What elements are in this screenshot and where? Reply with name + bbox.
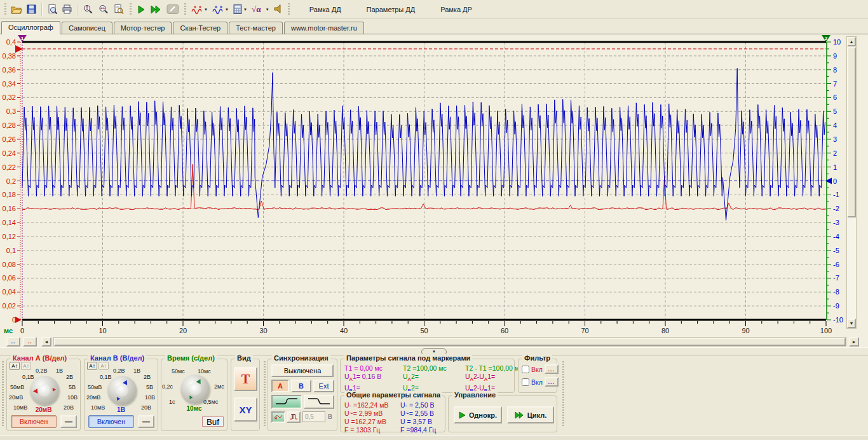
buffer-button[interactable]: Buf bbox=[202, 416, 224, 427]
print-button[interactable] bbox=[60, 2, 74, 17]
sync-level-input[interactable] bbox=[302, 411, 325, 422]
knob-scale-label: 50мВ bbox=[88, 384, 102, 390]
menu-item-params-dd[interactable]: Параметры ДД bbox=[364, 4, 418, 15]
general-b-value: U~= 2,55 В bbox=[400, 409, 436, 417]
channel-b-auto-range-alt-button[interactable]: A↕ bbox=[98, 362, 109, 370]
menu-item-ramka-dd[interactable]: Рамка ДД bbox=[307, 4, 344, 15]
toolbar-grip[interactable] bbox=[287, 3, 291, 16]
calculator-button[interactable]: ▼ bbox=[231, 2, 249, 17]
filter-b-checkbox[interactable] bbox=[522, 378, 529, 386]
edit-button[interactable] bbox=[165, 2, 181, 17]
sync-source-b-button[interactable]: B bbox=[291, 380, 311, 392]
view-xy-button[interactable]: XY bbox=[234, 397, 257, 422]
red-waveform-icon bbox=[191, 4, 203, 15]
start-button[interactable] bbox=[134, 2, 148, 17]
sync-level-mode-button[interactable] bbox=[287, 411, 301, 423]
time-current-value: 10мс bbox=[161, 405, 227, 412]
math-function-button[interactable]: √α▼ bbox=[249, 2, 271, 17]
fast-forward-icon bbox=[515, 411, 524, 419]
svg-text:90: 90 bbox=[742, 327, 749, 334]
tab-motor-tester[interactable]: Мотор-тестер bbox=[114, 22, 172, 34]
tab-test-master[interactable]: Тест-мастер bbox=[229, 22, 283, 34]
toolbar-grip[interactable] bbox=[128, 3, 132, 16]
dropdown-arrow-icon: ▼ bbox=[225, 8, 229, 11]
filter-b-settings-button[interactable]: ... bbox=[545, 377, 559, 387]
sync-auto-mode-button[interactable] bbox=[271, 411, 285, 423]
svg-text:6: 6 bbox=[833, 93, 837, 101]
page-preview-button[interactable] bbox=[111, 2, 126, 17]
cycle-run-button[interactable]: Цикл. bbox=[507, 406, 554, 423]
tab-oscillograph[interactable]: Осциллограф bbox=[1, 21, 60, 34]
knob-scale-label: 10мс bbox=[198, 368, 211, 375]
filter-a-checkbox[interactable] bbox=[522, 366, 529, 373]
view-time-button[interactable]: T bbox=[234, 367, 257, 391]
svg-text:0,34: 0,34 bbox=[3, 80, 16, 88]
vertical-scrollbar[interactable]: ▲ ▼ bbox=[846, 36, 857, 329]
channel-b-title: Канал В (В/дел) bbox=[88, 354, 146, 362]
channel-b-power-button[interactable]: Включен bbox=[88, 415, 134, 428]
vertical-scroll-thumb[interactable] bbox=[847, 47, 856, 217]
marker-t2-value: T2 =100,00 мс bbox=[403, 364, 465, 372]
fast-forward-icon bbox=[150, 4, 163, 15]
print-preview-button[interactable] bbox=[45, 2, 60, 17]
red-dots-button[interactable]: .. bbox=[23, 337, 37, 347]
tab-scan-tester[interactable]: Скан-Тестер bbox=[173, 22, 227, 34]
save-button[interactable] bbox=[24, 2, 39, 17]
channel-b-auto-range-button[interactable]: A↕ bbox=[87, 362, 97, 370]
tab-website[interactable]: www.motor-master.ru bbox=[284, 22, 364, 34]
sync-source-ext-button[interactable]: Ext bbox=[313, 380, 334, 392]
channel-a-power-button[interactable]: Включен bbox=[11, 415, 57, 428]
tab-recorder[interactable]: Самописец bbox=[62, 22, 112, 34]
blue-dots-button[interactable]: .. bbox=[6, 337, 20, 347]
zoom-amplitude-button[interactable] bbox=[81, 2, 96, 17]
zoom-time-button[interactable] bbox=[96, 2, 111, 17]
single-run-button[interactable]: Однокр. bbox=[454, 406, 502, 423]
marker-params-grid: T1 = 0,00 мс T2 =100,00 мс T2 - T1 =100,… bbox=[344, 364, 512, 395]
marker-t1-value: T1 = 0,00 мс bbox=[344, 364, 403, 372]
oscilloscope-plot[interactable]: 0102030405060708090100мс0,40,380,360,340… bbox=[0, 34, 846, 336]
channel-a-signal-button[interactable]: ▼ bbox=[189, 2, 210, 17]
horizontal-scrollbar[interactable]: ◄ bbox=[53, 337, 846, 347]
menu-item-ramka-dr[interactable]: Рамка ДР bbox=[438, 4, 475, 15]
sync-falling-edge-button[interactable] bbox=[304, 395, 334, 409]
channel-a-auto-range-alt-button[interactable]: A↕ bbox=[21, 362, 31, 370]
svg-text:0: 0 bbox=[833, 177, 837, 185]
svg-text:-9: -9 bbox=[833, 302, 839, 310]
svg-text:3: 3 bbox=[833, 135, 837, 143]
channel-b-signal-button[interactable]: ▼ bbox=[210, 2, 231, 17]
sync-off-button[interactable]: Выключена bbox=[271, 364, 334, 377]
start-cycle-button[interactable] bbox=[148, 2, 165, 17]
svg-text:80: 80 bbox=[661, 327, 669, 334]
time-per-div-knob[interactable] bbox=[180, 375, 210, 404]
save-icon bbox=[26, 4, 37, 15]
open-file-button[interactable] bbox=[9, 2, 24, 17]
marker-ua1-value: UА1= 0,16 В bbox=[344, 373, 403, 383]
toolbar-grip[interactable] bbox=[3, 3, 7, 16]
panel-grip[interactable] bbox=[562, 361, 565, 427]
toolbar-grip[interactable] bbox=[183, 3, 187, 16]
channel-a-auto-range-button[interactable]: A↕ bbox=[10, 362, 20, 370]
calculator-icon bbox=[233, 4, 243, 15]
scroll-up-button[interactable]: ▲ bbox=[847, 37, 856, 46]
filter-a-settings-button[interactable]: ... bbox=[545, 364, 559, 374]
scroll-right-button[interactable]: ► bbox=[849, 337, 859, 347]
pencil-disabled-icon bbox=[166, 4, 179, 15]
svg-text:√α: √α bbox=[252, 4, 261, 14]
channel-b-invert-button[interactable]: — bbox=[138, 415, 154, 428]
channel-b-volts-knob[interactable] bbox=[107, 376, 137, 405]
sync-rising-edge-button[interactable] bbox=[271, 395, 302, 409]
view-title: Вид bbox=[235, 354, 253, 362]
panel-grip[interactable] bbox=[263, 361, 266, 427]
channel-a-volts-knob[interactable] bbox=[30, 376, 59, 405]
knob-scale-label: 0,2с bbox=[162, 383, 173, 390]
svg-text:8: 8 bbox=[833, 66, 837, 74]
svg-text:0,28: 0,28 bbox=[3, 121, 16, 129]
horizontal-scroll-thumb[interactable] bbox=[54, 338, 846, 346]
scroll-down-button[interactable]: ▼ bbox=[847, 319, 856, 328]
toolbar-separator bbox=[41, 3, 43, 16]
sync-source-a-button[interactable]: А bbox=[271, 380, 289, 392]
scroll-left-button[interactable]: ◄ bbox=[41, 337, 51, 347]
sound-button[interactable] bbox=[271, 2, 285, 17]
channel-a-invert-button[interactable]: — bbox=[60, 415, 77, 428]
panel-grip[interactable] bbox=[1, 361, 4, 427]
